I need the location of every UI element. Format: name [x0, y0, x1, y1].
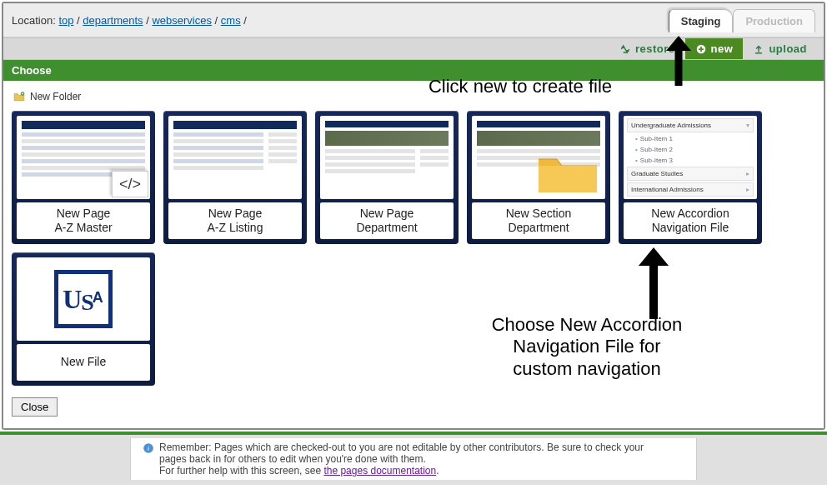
tile-new-section-department[interactable]: New Section Department: [467, 111, 610, 244]
tile-thumb: [168, 116, 302, 199]
tab-staging[interactable]: Staging: [669, 9, 734, 32]
footer-text-2b: .: [436, 465, 439, 477]
annotation-choose-accordion: Choose New Accordion Navigation File for…: [470, 314, 704, 380]
upload-icon: [753, 43, 764, 55]
tile-thumb: Undergraduate Admissions▾ Sub-Item 1 Sub…: [624, 116, 757, 199]
info-icon: i: [143, 442, 154, 454]
breadcrumb-top[interactable]: top: [58, 14, 73, 27]
breadcrumb-departments[interactable]: departments: [83, 14, 143, 27]
tile-new-page-az-listing[interactable]: New Page A-Z Listing: [163, 111, 307, 244]
tile-new-accordion-nav-file[interactable]: Undergraduate Admissions▾ Sub-Item 1 Sub…: [619, 111, 762, 244]
tile-label: New File: [17, 344, 150, 381]
pages-documentation-link[interactable]: the pages documentation: [323, 465, 436, 477]
usa-logo-icon: USA: [54, 270, 113, 328]
tile-label: New Page A-Z Listing: [168, 202, 302, 239]
breadcrumb-cms[interactable]: cms: [221, 14, 241, 27]
tile-new-page-department[interactable]: New Page Department: [315, 111, 459, 244]
tile-label: New Page A-Z Master: [17, 202, 150, 239]
folder-plus-icon: [13, 92, 25, 102]
location-label: Location:: [12, 14, 56, 27]
close-button[interactable]: Close: [12, 397, 58, 417]
tile-label: New Accordion Navigation File: [624, 202, 757, 239]
folder-icon: [535, 151, 600, 196]
tile-thumb: [472, 116, 605, 199]
tile-thumb: USA: [17, 257, 150, 341]
upload-button[interactable]: upload: [743, 38, 817, 59]
breadcrumb: Location: top / departments / webservice…: [12, 14, 247, 27]
tile-label: New Page Department: [320, 202, 454, 239]
recycle-icon: [619, 43, 631, 55]
footer-text-2a: For further help with this screen, see: [159, 465, 323, 477]
env-tabs: Staging Production: [669, 8, 815, 32]
tab-production[interactable]: Production: [733, 9, 815, 32]
breadcrumb-webservices[interactable]: webservices: [152, 14, 212, 27]
annotation-click-new: Click new to create file: [403, 76, 637, 97]
footer-note: i Remember: Pages which are checked-out …: [0, 432, 827, 485]
tile-thumb: [320, 116, 454, 199]
tile-new-page-az-master[interactable]: </> New Page A-Z Master: [12, 111, 155, 244]
location-bar: Location: top / departments / webservice…: [3, 3, 824, 37]
arrow-to-new-icon: [658, 34, 699, 87]
new-folder-label: New Folder: [30, 91, 81, 102]
arrow-to-accordion-icon: [629, 246, 679, 321]
footer-text-1: Remember: Pages which are checked-out to…: [159, 442, 644, 465]
code-icon: </>: [112, 171, 148, 197]
tile-label: New Section Department: [472, 202, 605, 239]
content-area: Click new to create file New Folder: [3, 81, 824, 428]
action-bar: restore new upload: [3, 37, 824, 60]
tile-new-file[interactable]: USA New File: [12, 252, 155, 386]
upload-label: upload: [769, 42, 807, 55]
tile-thumb: </>: [17, 116, 150, 199]
new-label: new: [711, 42, 734, 55]
